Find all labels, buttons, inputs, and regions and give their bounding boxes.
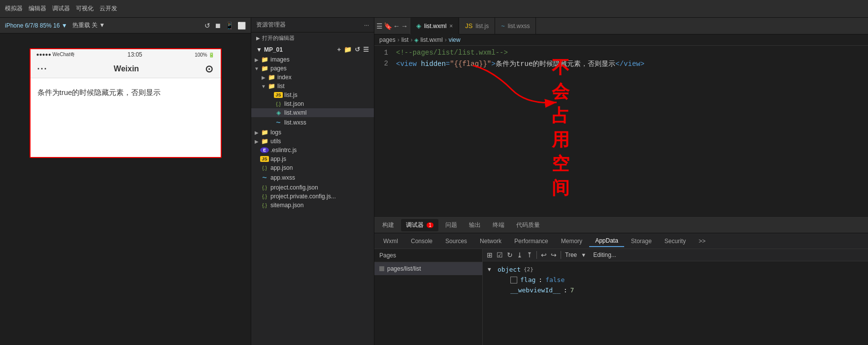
tree-item-list-json[interactable]: {.}list.json: [251, 99, 374, 108]
tree-item-sitemap-json[interactable]: {.}sitemap.json: [251, 201, 374, 210]
more-icon[interactable]: ···: [364, 22, 369, 29]
data-row[interactable]: __webviewId__: 7: [483, 285, 868, 295]
hot-reload[interactable]: 热重载 关 ▼: [72, 21, 105, 30]
tree-item-app-wxss[interactable]: ~app.wxss: [251, 172, 374, 183]
devtools-tab-terminal[interactable]: 终端: [488, 219, 509, 231]
refresh-down-icon[interactable]: ↻: [507, 251, 513, 259]
tree-item-label: index: [277, 74, 374, 81]
inner-tab-console[interactable]: Console: [405, 236, 438, 247]
expand-icon[interactable]: ⬜: [237, 22, 246, 30]
nav-title: Weixin: [114, 64, 139, 73]
tree-item-pages[interactable]: ▼📁pages: [251, 64, 374, 73]
pages-panel: Pages pages/list/list: [374, 249, 483, 345]
tag-token: </view>: [615, 60, 644, 68]
tree-item-app-js[interactable]: JSapp.js: [251, 155, 374, 163]
inner-tab-wxml[interactable]: Wxml: [377, 236, 404, 247]
tab-list-wxss[interactable]: ~list.wxss: [495, 18, 536, 34]
inner-tab-appdata[interactable]: AppData: [589, 235, 624, 247]
inner-tab-more[interactable]: >>: [693, 236, 711, 247]
line-content: <view hidden="{{flag}}">条件为true的时候隐藏元素，否…: [394, 60, 868, 68]
tab-close-btn[interactable]: ×: [449, 23, 453, 30]
pages-panel-item[interactable]: pages/list/list: [374, 262, 482, 275]
stop-icon[interactable]: ⏹: [214, 22, 221, 30]
folder-icon: 📁: [267, 83, 276, 90]
tree-item-label: logs: [270, 129, 374, 136]
tree-item-label: utils: [270, 138, 374, 145]
json-icon: {.}: [274, 101, 283, 107]
inner-tab-sources[interactable]: Sources: [439, 236, 473, 247]
collapse-icon[interactable]: ☰: [363, 46, 369, 53]
refresh-icon[interactable]: ↺: [355, 46, 360, 53]
collapse-all-icon[interactable]: ⤒: [527, 251, 533, 259]
toolbar-item-simulator[interactable]: 模拟器: [5, 4, 23, 13]
breadcrumb-file: list.wxml: [420, 36, 442, 43]
toolbar-item-cloud[interactable]: 云开发: [100, 4, 117, 13]
tree-item-label: list.js: [284, 92, 374, 98]
tree-item-list-js[interactable]: JSlist.js: [251, 91, 374, 99]
back-icon[interactable]: ←: [393, 22, 400, 30]
appdata-panel: ⊞ ☑ ↻ ⤓ ⤒ ↩ ↪ Tree ▼ Editing... ▼object …: [483, 249, 868, 345]
resource-manager-label: 资源管理器: [256, 21, 286, 29]
data-row[interactable]: flag: false: [483, 275, 868, 285]
project-header: ▼ MP_01 + 📁 ↺ ☰: [251, 44, 374, 55]
sidebar-toggle-icon[interactable]: ☰: [376, 22, 383, 30]
tree-item-project-config-json[interactable]: {.}project.config.json: [251, 183, 374, 192]
tag-token: =: [446, 60, 450, 68]
tree-item-list-wxss[interactable]: ~list.wxss: [251, 117, 374, 128]
tree-item-utils[interactable]: ▶📁utils: [251, 137, 374, 146]
devtools-tab-output[interactable]: 输出: [464, 219, 486, 231]
tab-list-js[interactable]: JSlist.js: [459, 18, 495, 34]
undo-icon[interactable]: ↩: [541, 251, 547, 259]
line-number: 2: [374, 60, 394, 67]
toolbar-item-debugger[interactable]: 调试器: [52, 4, 70, 13]
inner-tab-security[interactable]: Security: [659, 236, 692, 247]
devtools-tab-issues[interactable]: 问题: [440, 219, 462, 231]
code-editor[interactable]: 1<!--pages/list/list.wxml-->2<view hidde…: [374, 46, 868, 217]
inner-tab-memory[interactable]: Memory: [555, 236, 588, 247]
tab-bar: ☰ 🔖 ← → ◈list.wxml×JSlist.js~list.wxss: [374, 18, 868, 34]
add-folder-icon[interactable]: 📁: [344, 46, 352, 53]
tree-item-logs[interactable]: ▶📁logs: [251, 128, 374, 137]
devtools-tab-quality[interactable]: 代码质量: [511, 219, 545, 231]
file-panel: 资源管理器 ··· ▶ 打开的编辑器 ▼ MP_01 + 📁 ↺ ☰ ▶📁ima…: [251, 18, 374, 345]
devtools-tab-build[interactable]: 构建: [377, 219, 399, 231]
redo-icon[interactable]: ↪: [551, 251, 557, 259]
eslint-icon: E: [260, 147, 269, 153]
js-icon: JS: [274, 92, 283, 98]
checkbox-icon: ☑: [497, 251, 503, 259]
devtools-tab-debugger[interactable]: 调试器 1: [401, 219, 438, 231]
breadcrumb: pages › list › ◈ list.wxml › view: [374, 34, 868, 46]
inner-tab-storage[interactable]: Storage: [625, 236, 658, 247]
editor-container: 1<!--pages/list/list.wxml-->2<view hidde…: [374, 46, 868, 217]
comment-token: <!--pages/list/list.wxml-->: [396, 49, 508, 57]
tab-list-wxml[interactable]: ◈list.wxml×: [410, 18, 459, 34]
phone-icon[interactable]: 📱: [225, 22, 234, 30]
refresh-icon[interactable]: ↺: [204, 22, 210, 30]
add-file-icon[interactable]: +: [337, 46, 341, 53]
data-row[interactable]: ▼object {2}: [483, 264, 868, 275]
tree-item-project-private-config-js---[interactable]: {.}project.private.config.js...: [251, 192, 374, 201]
tree-item-index[interactable]: ▶📁index: [251, 73, 374, 82]
expand-all-icon[interactable]: ⤓: [517, 251, 523, 259]
wxss-icon: ~: [274, 118, 283, 127]
device-name[interactable]: iPhone 6/7/8 85% 16 ▼: [5, 22, 67, 29]
tree-item-images[interactable]: ▶📁images: [251, 55, 374, 64]
tree-item-list-wxml[interactable]: ◈list.wxml: [251, 108, 374, 117]
appdata-toolbar: ⊞ ☑ ↻ ⤓ ⤒ ↩ ↪ Tree ▼ Editing...: [483, 249, 868, 261]
tree-item-list[interactable]: ▼📁list: [251, 82, 374, 91]
bookmark-icon[interactable]: 🔖: [384, 22, 392, 30]
data-value: 7: [570, 286, 574, 294]
inner-tab-performance[interactable]: Performance: [508, 236, 554, 247]
tree-item-app-json[interactable]: {.}app.json: [251, 163, 374, 172]
project-arrow[interactable]: ▼: [256, 46, 262, 53]
tree-item--eslintrc-js[interactable]: E.eslintrc.js: [251, 146, 374, 155]
text-token: 条件为true的时候隐藏元素，否则显示: [496, 60, 616, 68]
toolbar-item-visual[interactable]: 可视化: [76, 4, 94, 13]
toolbar-item-editor[interactable]: 编辑器: [29, 4, 46, 13]
row-checkbox[interactable]: [510, 277, 517, 283]
wxml-icon: ◈: [274, 109, 283, 116]
inner-tab-network[interactable]: Network: [474, 236, 507, 247]
open-editors-section[interactable]: ▶ 打开的编辑器: [251, 32, 374, 44]
forward-icon[interactable]: →: [401, 22, 408, 30]
tree-dropdown-icon[interactable]: ▼: [581, 252, 586, 258]
